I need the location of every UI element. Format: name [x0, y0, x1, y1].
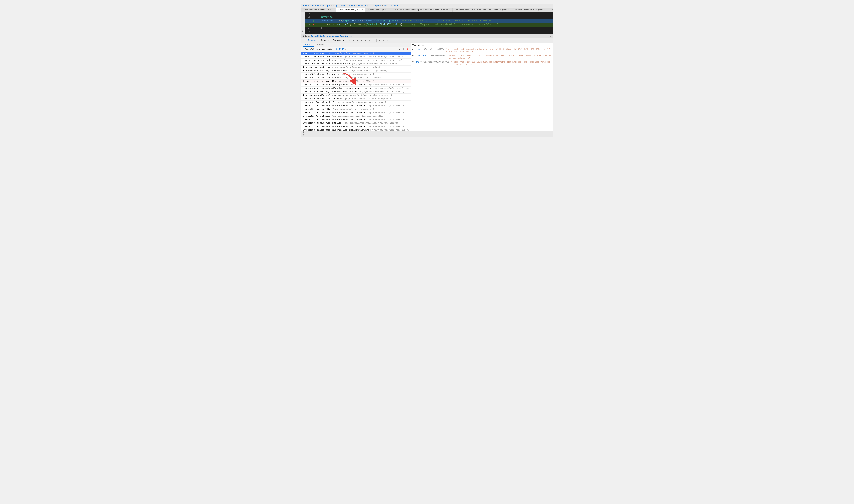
- var-type-this: {NettyClient@6988}: [424, 48, 446, 51]
- restart-btn[interactable]: ↺: [303, 39, 306, 42]
- evaluate-btn[interactable]: ⇄: [372, 39, 375, 42]
- step-into-btn[interactable]: ⬇: [356, 39, 359, 42]
- tab-invoke-demo[interactable]: ☕ InvokeDemoService.java ✕: [301, 8, 336, 12]
- var-expand-message[interactable]: ▶: [413, 54, 415, 57]
- gutter-52: ⬆: [312, 20, 315, 23]
- var-type-url: {ServiceConfigURL@6996}: [423, 61, 451, 64]
- frames-tab[interactable]: Frames: [303, 43, 314, 47]
- close-tab-6[interactable]: ✕: [544, 9, 545, 11]
- close-debug-icon[interactable]: ✕: [550, 35, 551, 37]
- show-execution-point-btn[interactable]: ≡: [348, 39, 351, 42]
- debug-panel: Debug: Dubbo21RpcInvokeConsumerApplicati…: [301, 34, 553, 137]
- breadcrumb-dubbo[interactable]: dubbo: [349, 5, 356, 7]
- frames-panel[interactable]: Frames Threads ✔ *main*@1 in group "main…: [301, 43, 411, 131]
- frame-item-4[interactable]: doInvoke:111, DubboInvoker (org.apache.d…: [301, 66, 411, 69]
- frames-threads-tabs: Frames Threads: [301, 43, 411, 47]
- variables-panel: Variables ▶ this = {NettyClient@6988} "o…: [411, 43, 553, 131]
- frame-item-7[interactable]: invoke:78, ListenerInvokerWrapper (org.a…: [301, 76, 411, 79]
- var-item-url[interactable]: oo url = {ServiceConfigURL@6996} "dubbo:…: [412, 60, 552, 67]
- frame-item-18[interactable]: invoke:51, FutureFilter (org.apache.dubb…: [301, 114, 411, 118]
- tab-console[interactable]: Console: [320, 39, 331, 42]
- stop-btn[interactable]: ■: [406, 47, 410, 51]
- breadcrumb-remoting[interactable]: remoting: [358, 5, 368, 7]
- frame-item-3[interactable]: request:93, ReferenceCountExchangeClient…: [301, 62, 411, 66]
- tab-generic-string[interactable]: ☕ Dubbo15GenericStringConsumerApplicatio…: [391, 8, 453, 12]
- threads-tab[interactable]: Threads: [313, 43, 326, 47]
- frame-item-12[interactable]: doInvoke:80, FailoverClusterInvoker (org…: [301, 94, 411, 97]
- breadcrumb-transport[interactable]: transport: [370, 5, 381, 7]
- run-to-cursor-btn[interactable]: ↧: [368, 39, 371, 42]
- line-number-52: 52: [305, 20, 312, 22]
- breadcrumb-jar[interactable]: dubbo-3.0.7-sources.jar: [303, 5, 330, 7]
- breadcrumb-file[interactable]: AbstractPeer: [384, 5, 398, 7]
- var-value-message: "Request [id=1, version=2.0.2, twoway=tr…: [448, 54, 551, 60]
- close-tab-2[interactable]: ✕: [362, 8, 363, 11]
- tab-dubbo21[interactable]: ☕ Dubbo21R... ✕: [547, 8, 553, 12]
- java-icon-4: ☕: [393, 9, 394, 11]
- var-item-this[interactable]: ▶ this = {NettyClient@6988} "org.apache.…: [412, 48, 552, 54]
- restore-layout-btn[interactable]: ▦: [382, 39, 385, 42]
- java-icon-3: ☕: [367, 9, 368, 11]
- tab-generic-demo-service[interactable]: ☕ GenericDemoService.java ✕: [511, 8, 547, 12]
- code-line-52: 52 ⬆ public void send(Object message) th…: [305, 19, 553, 23]
- frame-item-15[interactable]: invoke:321, FilterChainBuilder$CopyOfFil…: [301, 104, 411, 108]
- tab-debugger[interactable]: Debugger: [307, 39, 320, 42]
- var-item-message[interactable]: ▶ P message = {Request@6985} "Request [i…: [412, 54, 552, 60]
- frame-item-19[interactable]: invoke:321, FilterChainBuilder$CopyOfFil…: [301, 118, 411, 121]
- frame-item-21[interactable]: invoke:321, FilterChainBuilder$CopyOfFil…: [301, 125, 411, 128]
- frame-item-selected[interactable]: send:53, AbstractPeer (org.apache.dubbo.…: [301, 52, 411, 55]
- var-value-this: "org.apache.dubbo.remoting.transport.net…: [446, 48, 551, 54]
- resume-btn[interactable]: ▶: [398, 47, 401, 51]
- var-type-message: {Request@6985}: [430, 54, 447, 57]
- java-icon-1: ☕: [303, 9, 304, 11]
- more-btn[interactable]: ≡: [386, 39, 389, 42]
- frame-item-22[interactable]: invoke:193, FilterChainBuilder$CallbackR…: [301, 128, 411, 131]
- var-expand-this[interactable]: ▶: [413, 48, 415, 51]
- frame-item-11[interactable]: invokeWithContext:378, AbstractClusterIn…: [301, 90, 411, 94]
- frame-item-10[interactable]: invoke:193, FilterChainBuilder$CallbackR…: [301, 87, 411, 90]
- step-out-btn[interactable]: ⬆: [364, 39, 367, 42]
- frame-item-14[interactable]: invoke:46, RouterSnapshotFilter (org.apa…: [301, 101, 411, 104]
- close-tab-4[interactable]: ✕: [449, 9, 451, 11]
- bytes-label: Bytes: [303, 131, 305, 136]
- code-editor[interactable]: 50 51 @Override 52 ⬆ public void send(Ob…: [305, 12, 553, 34]
- step-over-btn[interactable]: ⬇: [351, 39, 355, 42]
- frame-item-20[interactable]: invoke:109, ConsumerContextFilter (org.a…: [301, 121, 411, 125]
- breadcrumb-org[interactable]: org: [333, 5, 337, 7]
- frame-item-16[interactable]: invoke:99, MonitorFilter (org.apache.dub…: [301, 108, 411, 111]
- tab-abstract-peer[interactable]: ☕ AbstractPeer.java ✕: [336, 8, 365, 12]
- frame-item-8-highlighted[interactable]: invoke:125, GenericImplFilter (org.apach…: [301, 79, 411, 83]
- force-step-into-btn[interactable]: ⬆: [360, 39, 363, 42]
- var-expand-url[interactable]: oo: [413, 61, 415, 63]
- close-tab-5[interactable]: ✕: [508, 9, 509, 11]
- java-icon-2: ☕: [338, 8, 339, 11]
- frame-item-9[interactable]: invoke:321, FilterChainBuilder$CopyOfFil…: [301, 83, 411, 87]
- close-tab-1[interactable]: ✕: [333, 9, 334, 11]
- tab-generic-json[interactable]: ☕ Dubbo15GenericJsonConsumerApplication.…: [453, 8, 511, 12]
- frame-item-13[interactable]: invoke:340, AbstractClusterInvoker (org.…: [301, 97, 411, 101]
- pause-btn[interactable]: ⏸: [402, 47, 405, 51]
- frame-item-5[interactable]: doInvokeAndReturn:221, AbstractInvoker (…: [301, 69, 411, 73]
- settings-btn[interactable]: ⊟: [378, 39, 381, 42]
- frame-item-2[interactable]: request:100, HeaderExchangeClient (org.a…: [301, 59, 411, 62]
- main-window: dubbo-3.0.7-sources.jar › org › apache ›…: [301, 4, 553, 137]
- frame-item-1[interactable]: request:135, HeaderExchangeChannel (org.…: [301, 55, 411, 59]
- code-line-50: 50: [305, 12, 553, 16]
- structure-label: Structure: [302, 22, 304, 33]
- code-line-51: 51 @Override: [305, 16, 553, 19]
- tab-demo-facade[interactable]: ☕ DemoFacade.java ✕: [365, 8, 391, 12]
- breadcrumb: dubbo-3.0.7-sources.jar › org › apache ›…: [301, 4, 553, 8]
- tab-endpoints[interactable]: Endpoints: [331, 39, 345, 42]
- thread-dropdown-btn[interactable]: ▼: [345, 48, 346, 50]
- line-content-53: send(message, url.getParameter(Constants…: [315, 23, 553, 26]
- java-icon-6: ☕: [513, 9, 514, 11]
- close-tab-3[interactable]: ✕: [388, 9, 389, 11]
- line-content-51: @Override: [315, 16, 553, 18]
- breadcrumb-apache[interactable]: apache: [339, 5, 347, 7]
- java-icon-7: ☕: [549, 9, 550, 11]
- thread-name: *main*@1 in group "main":: [305, 48, 335, 50]
- frame-item-17[interactable]: invoke:321, FilterChainBuilder$CopyOfFil…: [301, 111, 411, 114]
- line-content-54: }: [315, 27, 553, 30]
- line-number-55: 55: [305, 31, 312, 33]
- frame-item-6[interactable]: invoke:182, AbstractInvoker (org.apache.…: [301, 73, 411, 76]
